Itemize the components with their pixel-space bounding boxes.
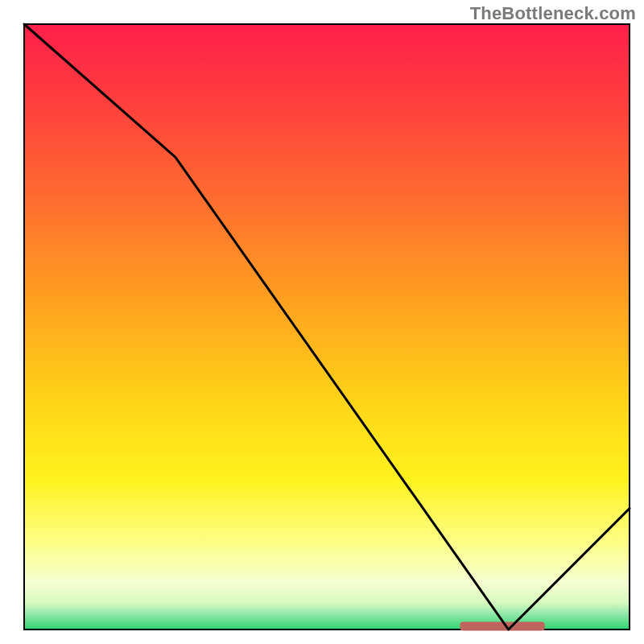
optimal-range-marker	[460, 622, 544, 631]
plot-background	[24, 24, 630, 630]
bottleneck-chart	[0, 0, 644, 644]
